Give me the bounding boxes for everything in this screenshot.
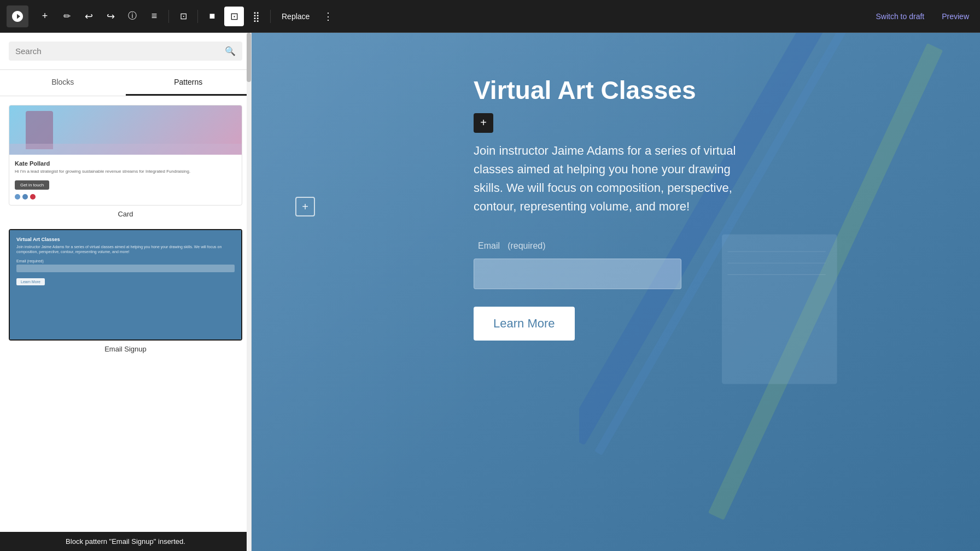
esp-email-input (16, 265, 235, 272)
save-panel-icon: ⊡ (180, 11, 187, 21)
grid-icon: ⣿ (253, 10, 260, 22)
card-pattern-label: Card (9, 210, 242, 220)
email-label: Email (required) (474, 238, 758, 252)
more-options-icon: ⋮ (323, 10, 333, 22)
tabs: Blocks Patterns (0, 70, 251, 96)
esp-email-label: Email (required) (16, 259, 235, 263)
replace-button[interactable]: Replace (275, 9, 316, 24)
esp-learn-more-btn: Learn More (16, 278, 45, 285)
sidebar-content: Kate Pollard Hi I'm a lead strategist fo… (0, 96, 251, 532)
menu-button[interactable]: ≡ (144, 7, 164, 26)
select-mode-button[interactable]: ⊡ (224, 7, 244, 26)
card-pattern-preview[interactable]: Kate Pollard Hi I'm a lead strategist fo… (9, 105, 242, 206)
esp-body-text: Join instructor Jaime Adams for a series… (16, 244, 235, 254)
content-block: Virtual Art Classes + Join instructor Ja… (452, 33, 780, 384)
social-dot-2 (22, 194, 28, 200)
add-block-toolbar-button[interactable]: + (35, 7, 55, 26)
card-cta-button: Get in touch (15, 180, 49, 190)
toolbar-divider-2 (197, 10, 198, 23)
grid-view-button[interactable]: ⣿ (246, 7, 266, 26)
content-title: Virtual Art Classes (474, 77, 758, 104)
redo-button[interactable]: ↪ (101, 7, 120, 26)
toolbar-divider-3 (270, 10, 271, 23)
add-block-floating-button[interactable]: + (295, 197, 315, 216)
block-square-button[interactable]: ■ (202, 7, 222, 26)
tab-blocks[interactable]: Blocks (0, 70, 126, 96)
more-options-button[interactable]: ⋮ (318, 7, 338, 26)
sidebar-notification: Block pattern "Email Signup" inserted. (0, 532, 251, 551)
card-pattern-item: Kate Pollard Hi I'm a lead strategist fo… (9, 105, 242, 220)
sidebar: 🔍 Blocks Patterns (0, 33, 252, 551)
esp-title: Virtual Art Classes (16, 237, 235, 242)
toolbar-divider-1 (168, 10, 169, 23)
edit-icon: ✏ (63, 11, 71, 21)
card-social-dots (15, 194, 236, 200)
social-dot-1 (15, 194, 20, 200)
save-panel-button[interactable]: ⊡ (173, 7, 193, 26)
info-button[interactable]: ⓘ (122, 7, 142, 26)
learn-more-button[interactable]: Learn More (474, 307, 575, 341)
card-person-text: Hi I'm a lead strategist for growing sus… (15, 169, 236, 174)
switch-draft-button[interactable]: Switch to draft (872, 9, 929, 24)
toolbar-left: + ✏ ↩ ↪ ⓘ ≡ ⊡ ■ ⊡ ⣿ (7, 5, 870, 27)
email-signup-pattern-preview[interactable]: Virtual Art Classes Join instructor Jaim… (9, 229, 242, 341)
edit-toolbar-button[interactable]: ✏ (57, 7, 77, 26)
preview-button[interactable]: Preview (937, 9, 973, 24)
info-icon: ⓘ (128, 10, 137, 22)
card-person-name: Kate Pollard (15, 160, 236, 167)
undo-button[interactable]: ↩ (79, 7, 98, 26)
sidebar-scrollbar-thumb[interactable] (247, 33, 251, 82)
search-container: 🔍 (0, 33, 251, 70)
email-signup-pattern-item: Virtual Art Classes Join instructor Jaim… (9, 229, 242, 355)
email-signup-preview-body: Virtual Art Classes Join instructor Jaim… (10, 230, 241, 339)
card-preview-body: Kate Pollard Hi I'm a lead strategist fo… (9, 155, 242, 205)
search-icon[interactable]: 🔍 (225, 46, 236, 56)
insert-block-button[interactable]: + (474, 113, 493, 133)
tab-patterns[interactable]: Patterns (126, 70, 252, 96)
content-area: + Virtual Art Classes + Join instructor … (252, 33, 980, 551)
email-signup-pattern-label: Email Signup (9, 345, 242, 355)
search-input-wrapper: 🔍 (9, 42, 242, 61)
social-dot-3 (30, 194, 36, 200)
card-image-bottom (9, 144, 242, 155)
menu-icon: ≡ (151, 10, 158, 22)
undo-icon: ↩ (85, 10, 93, 22)
email-input-field[interactable] (474, 259, 681, 289)
card-preview-image (9, 105, 242, 155)
content-description: Join instructor Jaime Adams for a series… (474, 142, 758, 216)
select-icon: ⊡ (230, 10, 238, 22)
main-layout: 🔍 Blocks Patterns (0, 33, 980, 551)
toolbar: + ✏ ↩ ↪ ⓘ ≡ ⊡ ■ ⊡ ⣿ (0, 0, 980, 33)
redo-icon: ↪ (107, 10, 115, 22)
sidebar-scrollbar-track (247, 33, 251, 551)
toolbar-right: Switch to draft Preview (872, 9, 974, 24)
search-input[interactable] (15, 46, 220, 56)
wp-logo[interactable] (7, 5, 28, 27)
block-square-icon: ■ (209, 10, 215, 22)
email-section: Email (required) (474, 238, 758, 289)
